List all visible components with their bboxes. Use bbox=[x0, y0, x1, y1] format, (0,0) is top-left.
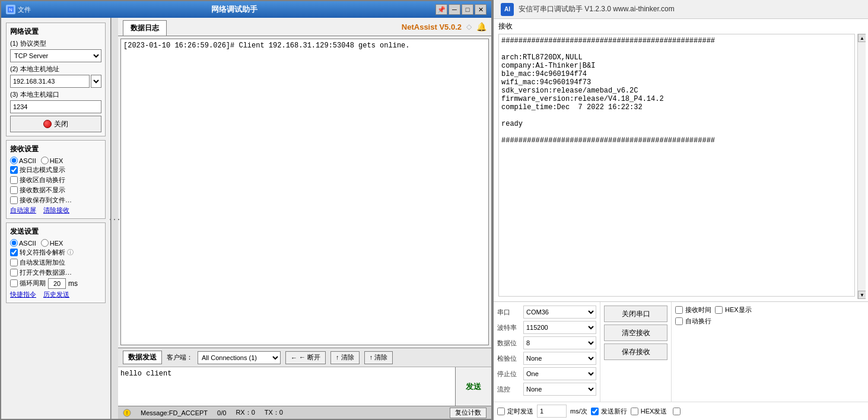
hex-send-checkbox[interactable] bbox=[631, 408, 638, 415]
send-ascii-label[interactable]: ASCII bbox=[10, 239, 36, 247]
protocol-label: (1) 协议类型 bbox=[10, 39, 101, 48]
title-bar: N 文件 网络调试助手 📌 ─ □ ✕ bbox=[1, 1, 491, 18]
serial-receive-area[interactable]: ########################################… bbox=[498, 34, 855, 297]
minimize-button[interactable]: ─ bbox=[449, 4, 460, 15]
menu-item-file[interactable]: 文件 bbox=[18, 5, 31, 14]
baud-label: 波特率 bbox=[497, 323, 521, 332]
data-log-tab[interactable]: 数据日志 bbox=[123, 20, 167, 36]
escape-parse-label[interactable]: 转义符指令解析 ⓘ bbox=[10, 248, 101, 257]
auto-newline-checkbox[interactable] bbox=[10, 176, 18, 184]
resize-handle[interactable]: ⋮ bbox=[111, 18, 118, 419]
stopbits-select[interactable]: One bbox=[523, 367, 596, 380]
auto-newline-checkbox[interactable] bbox=[675, 317, 683, 325]
timed-send-checkbox[interactable] bbox=[497, 408, 505, 415]
port-input[interactable] bbox=[10, 100, 101, 113]
timed-send-label[interactable]: 定时发送 bbox=[497, 407, 533, 416]
send-newline-checkbox[interactable] bbox=[591, 408, 599, 415]
clear2-button[interactable]: ↑ 清除 bbox=[364, 351, 393, 364]
send-tab[interactable]: 数据发送 bbox=[123, 351, 162, 364]
escape-parse-checkbox[interactable] bbox=[10, 249, 18, 256]
ascii-radio-label[interactable]: ASCII bbox=[10, 157, 36, 164]
send-settings-title: 发送设置 bbox=[10, 227, 101, 237]
help-icon[interactable]: ⓘ bbox=[67, 248, 74, 257]
baud-select[interactable]: 115200 bbox=[523, 321, 596, 334]
auto-scroll-link[interactable]: 自动滚屏 bbox=[10, 206, 36, 215]
receive-time-label[interactable]: 接收时间 bbox=[675, 306, 711, 314]
hex-radio-label[interactable]: HEX bbox=[41, 157, 63, 164]
port-select[interactable]: COM36 bbox=[523, 306, 596, 319]
bell-icon[interactable]: 🔔 bbox=[476, 22, 487, 31]
no-display-checkbox-label[interactable]: 接收数据不显示 bbox=[10, 186, 101, 195]
host-input[interactable] bbox=[10, 75, 90, 88]
disconnect-button[interactable]: ← ← 断开 bbox=[285, 351, 326, 364]
auto-add-label[interactable]: 自动发送附加位 bbox=[10, 258, 101, 267]
save-receive-button[interactable]: 保存接收 bbox=[604, 343, 667, 360]
send-hex-label[interactable]: HEX bbox=[41, 239, 63, 247]
loop-ms-input[interactable] bbox=[48, 278, 66, 289]
ascii-radio[interactable] bbox=[10, 157, 18, 164]
clear-receive-button[interactable]: 清空接收 bbox=[604, 324, 667, 341]
hex-radio[interactable] bbox=[41, 157, 49, 164]
open-file-label[interactable]: 打开文件数据源… bbox=[10, 268, 101, 277]
receive-scrollbar[interactable]: ▲ ▼ bbox=[857, 34, 866, 299]
log-mode-checkbox[interactable] bbox=[10, 166, 18, 174]
send-hex-radio[interactable] bbox=[41, 239, 49, 247]
status-warning-icon: ! bbox=[123, 409, 131, 417]
network-settings-title: 网络设置 bbox=[10, 27, 101, 37]
encoding-radio-group: ASCII HEX bbox=[10, 157, 101, 164]
port-label: (3) 本地主机端口 bbox=[10, 90, 101, 99]
hex-display-label[interactable]: HEX显示 bbox=[715, 306, 752, 314]
scroll-up-btn[interactable]: ▲ bbox=[858, 34, 866, 42]
databits-select[interactable]: 8 bbox=[523, 336, 596, 349]
quick-cmd-link[interactable]: 快捷指令 bbox=[10, 290, 36, 299]
scroll-down-btn[interactable]: ▼ bbox=[858, 291, 866, 299]
close-server-button[interactable]: 关闭 bbox=[10, 116, 101, 132]
scroll-track[interactable] bbox=[858, 42, 866, 291]
sidebar: 网络设置 (1) 协议类型 TCP Server (2) 本地主机地址 ▼ (3… bbox=[1, 18, 111, 419]
flowctrl-select[interactable]: None bbox=[523, 383, 596, 396]
stopbits-field: 停止位 One bbox=[497, 367, 596, 380]
receive-time-row: 接收时间 HEX显示 bbox=[675, 306, 864, 314]
save-file-checkbox[interactable] bbox=[10, 196, 18, 204]
loop-period-checkbox[interactable] bbox=[10, 279, 18, 287]
content-area: 数据日志 NetAssist V5.0.2 ◇ 🔔 [2023-01-10 16… bbox=[118, 18, 491, 419]
parity-select[interactable]: None bbox=[523, 352, 596, 365]
clear-button[interactable]: ↑ 清除 bbox=[330, 351, 360, 364]
timed-send-interval[interactable] bbox=[537, 405, 567, 418]
auto-newline-row: 自动换行 bbox=[675, 317, 864, 326]
send-button[interactable]: 发送 bbox=[456, 367, 491, 406]
open-file-checkbox[interactable] bbox=[10, 269, 18, 276]
protocol-select[interactable]: TCP Server bbox=[10, 49, 101, 62]
log-mode-checkbox-label[interactable]: 按日志模式显示 bbox=[10, 166, 101, 174]
reset-counter-button[interactable]: 复位计数 bbox=[450, 408, 487, 418]
save-file-checkbox-label[interactable]: 接收保存到文件… bbox=[10, 196, 101, 205]
auto-add-checkbox[interactable] bbox=[10, 259, 18, 266]
extra-option-checkbox[interactable] bbox=[673, 408, 681, 415]
client-select[interactable]: All Connections (1) bbox=[198, 351, 281, 364]
send-newline-label[interactable]: 发送新行 bbox=[591, 407, 627, 416]
no-display-checkbox[interactable] bbox=[10, 186, 18, 194]
auto-newline-checkbox-label[interactable]: 接收区自动换行 bbox=[10, 176, 101, 184]
history-send-link[interactable]: 历史发送 bbox=[43, 290, 69, 299]
close-port-button[interactable]: 关闭串口 bbox=[604, 306, 667, 322]
hex-display-checkbox[interactable] bbox=[715, 306, 723, 314]
clear-receive-link[interactable]: 清除接收 bbox=[43, 206, 69, 215]
serial-content: 接收 #####################################… bbox=[494, 19, 868, 420]
serial-title: 安信可串口调试助手 V1.2.3.0 www.ai-thinker.com bbox=[519, 4, 675, 14]
hex-send-label[interactable]: HEX发送 bbox=[631, 407, 667, 416]
host-dropdown[interactable]: ▼ bbox=[91, 75, 101, 88]
send-ascii-radio[interactable] bbox=[10, 239, 18, 247]
extra-option-label[interactable] bbox=[673, 408, 681, 415]
data-log-area[interactable]: [2023-01-10 16:26:59.026]# Client 192.16… bbox=[120, 39, 489, 345]
send-textarea[interactable] bbox=[118, 367, 456, 406]
close-icon bbox=[43, 120, 52, 128]
status-tx: TX：0 bbox=[265, 408, 283, 417]
disconnect-icon: ← bbox=[291, 354, 297, 361]
pin-button[interactable]: 📌 bbox=[435, 4, 447, 15]
close-button[interactable]: ✕ bbox=[475, 4, 487, 15]
receive-settings-title: 接收设置 bbox=[10, 144, 101, 154]
maximize-button[interactable]: □ bbox=[462, 4, 473, 15]
auto-newline-label[interactable]: 自动换行 bbox=[675, 317, 711, 326]
receive-time-checkbox[interactable] bbox=[675, 306, 683, 314]
loop-period-label[interactable]: 循环周期 bbox=[10, 279, 46, 288]
